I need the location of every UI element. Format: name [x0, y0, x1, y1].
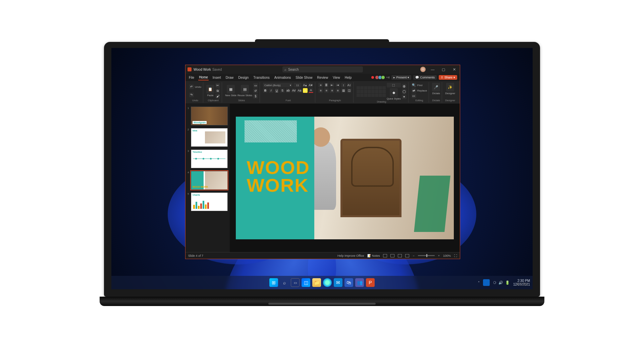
recording-icon[interactable] [371, 76, 374, 79]
shrink-font-button[interactable]: A▾ [308, 83, 313, 87]
sorter-view-button[interactable] [390, 254, 394, 257]
text-direction-button[interactable]: A↕ [347, 83, 352, 87]
reset-button[interactable]: ↺ [253, 88, 258, 93]
undo-button[interactable]: ↶ [189, 84, 194, 89]
slideshow-view-button[interactable] [405, 254, 409, 257]
select-button[interactable]: ▭ [412, 94, 416, 98]
reuse-slides-button[interactable]: ▤ [241, 85, 249, 94]
numbering-button[interactable]: ≣ [324, 83, 329, 87]
designer-button[interactable]: ✨ [446, 83, 454, 92]
slide-canvas-area[interactable]: WOOD WORK [230, 104, 460, 252]
smartart-button[interactable]: ◫ [347, 88, 352, 93]
slide-thumbnail-5[interactable]: Charts [191, 192, 228, 211]
format-painter-button[interactable]: 🖌 [215, 94, 220, 99]
shape-outline-button[interactable]: ◯ [402, 89, 407, 94]
section-button[interactable]: § [253, 94, 258, 99]
redo-button[interactable]: ↷ [189, 93, 194, 97]
tab-animations[interactable]: Animations [274, 75, 291, 80]
edge-button[interactable] [323, 278, 332, 287]
replace-button[interactable]: ⇄ [412, 88, 416, 93]
zoom-out-button[interactable]: − [413, 254, 414, 257]
file-explorer-button[interactable]: 📁 [312, 278, 321, 287]
shadow-button[interactable]: ab [286, 88, 290, 93]
new-slide-button[interactable]: ▦ [227, 85, 235, 94]
close-button[interactable]: ✕ [450, 67, 458, 72]
zoom-slider[interactable] [418, 255, 435, 256]
wifi-icon[interactable]: ⚆ [493, 281, 496, 285]
collaborators[interactable]: +4 [376, 75, 389, 79]
teams-button[interactable]: 👥 [355, 278, 364, 287]
tray-accent-icon[interactable] [483, 279, 490, 286]
search-input[interactable]: ⌕ Search [282, 66, 363, 72]
tab-help[interactable]: Help [344, 75, 353, 80]
tray-chevron-icon[interactable]: ˄ [478, 281, 480, 285]
line-spacing-button[interactable]: ↕ [341, 83, 346, 87]
slide-title[interactable]: WOOD WORK [247, 159, 310, 194]
font-color-button[interactable]: A [309, 88, 313, 93]
battery-icon[interactable]: 🔋 [505, 281, 510, 285]
present-button[interactable]: ▸ Present ▾ [391, 75, 411, 80]
tab-slideshow[interactable]: Slide Show [295, 75, 313, 80]
tab-view[interactable]: View [332, 75, 341, 80]
columns-button[interactable]: ▥ [341, 88, 346, 93]
taskbar-search-button[interactable]: ⌕ [280, 278, 289, 287]
help-link[interactable]: Help Improve Office [337, 254, 364, 257]
zoom-level[interactable]: 100% [443, 254, 451, 257]
align-left-button[interactable]: ≡ [318, 88, 323, 93]
tab-review[interactable]: Review [316, 75, 329, 80]
tab-file[interactable]: File [188, 75, 195, 80]
fit-button[interactable]: ⛶ [454, 254, 457, 257]
shape-effects-button[interactable]: ✦ [402, 95, 407, 99]
tab-insert[interactable]: Insert [212, 75, 222, 80]
underline-button[interactable]: U [274, 88, 279, 93]
justify-button[interactable]: ≡ [335, 88, 340, 93]
shape-fill-button[interactable]: ◍ [402, 84, 407, 88]
shapes-gallery[interactable] [357, 86, 386, 97]
indent-dec-button[interactable]: ⇤ [330, 83, 334, 87]
layout-button[interactable]: ▭ [253, 83, 258, 88]
minimize-button[interactable]: — [429, 67, 436, 71]
reading-view-button[interactable] [398, 254, 402, 257]
slide-thumbnail-1[interactable]: Woodgrain [191, 107, 228, 125]
bullets-button[interactable]: ≡ [318, 83, 323, 87]
current-slide[interactable]: WOOD WORK [236, 117, 454, 239]
find-button[interactable]: 🔍 [412, 83, 416, 87]
font-name-select[interactable]: Calibri (Body)▾ [263, 83, 292, 87]
font-size-select[interactable]: 11 [293, 83, 302, 87]
slide-thumbnail-4[interactable]: WOOD WORK [191, 171, 228, 190]
tab-home[interactable]: Home [198, 75, 209, 80]
strike-button[interactable]: S [280, 88, 285, 93]
normal-view-button[interactable] [383, 254, 387, 257]
store-button[interactable]: 🛍 [344, 278, 353, 287]
indent-inc-button[interactable]: ⇥ [335, 83, 340, 87]
slide-thumbnail-3[interactable]: Timeline [191, 149, 228, 168]
bold-button[interactable]: B [263, 88, 268, 93]
highlight-button[interactable]: A [303, 88, 308, 93]
comments-button[interactable]: 💬 Comments [413, 75, 437, 80]
widgets-button[interactable]: ◫ [302, 278, 310, 287]
dictate-button[interactable]: 🎤 [432, 83, 440, 92]
spacing-button[interactable]: AV [291, 88, 296, 93]
slide-thumbnail-2[interactable]: Idea [191, 128, 228, 147]
align-right-button[interactable]: ≡ [330, 88, 334, 93]
start-button[interactable]: ⊞ [269, 278, 278, 287]
arrange-button[interactable]: ⬚ [387, 83, 401, 87]
tab-draw[interactable]: Draw [225, 75, 234, 80]
powerpoint-taskbar-button[interactable]: P [366, 278, 375, 287]
italic-button[interactable]: I [269, 88, 273, 93]
maximize-button[interactable]: ▢ [440, 67, 447, 72]
tab-design[interactable]: Design [237, 75, 249, 80]
paste-button[interactable]: 📋 [206, 85, 214, 94]
mail-button[interactable]: ✉ [334, 278, 342, 287]
task-view-button[interactable]: ▭ [291, 278, 300, 287]
volume-icon[interactable]: 🔊 [498, 281, 503, 285]
copy-button[interactable]: ⧉ [215, 88, 220, 93]
notes-button[interactable]: 📝 Notes [367, 254, 380, 257]
quick-styles-button[interactable]: ◆ [390, 88, 398, 97]
case-button[interactable]: Aa [297, 88, 302, 93]
cut-button[interactable]: ✂ [215, 83, 220, 88]
zoom-in-button[interactable]: + [438, 254, 440, 257]
align-center-button[interactable]: ≡ [324, 88, 329, 93]
user-avatar[interactable] [420, 67, 426, 72]
share-button[interactable]: ⇧ Share ▾ [439, 75, 457, 80]
